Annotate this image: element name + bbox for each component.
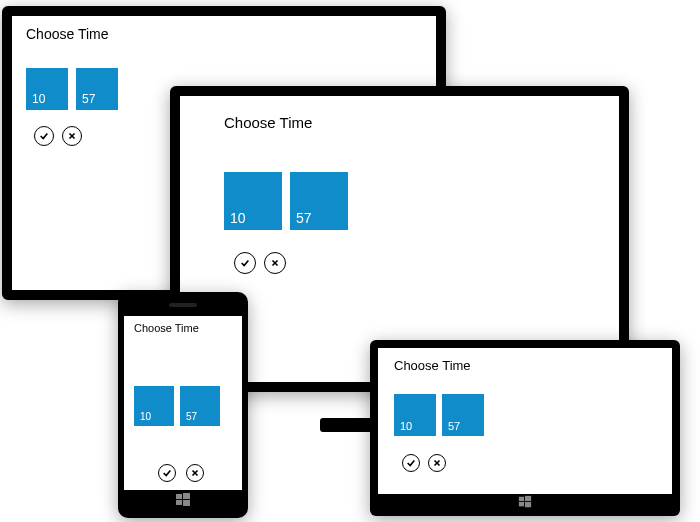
action-row	[158, 464, 204, 482]
time-tiles: 10 57	[394, 394, 484, 436]
check-icon	[162, 464, 172, 482]
time-picker-app: Choose Time 10 57	[124, 316, 242, 490]
hour-value: 10	[230, 210, 246, 226]
close-icon	[432, 454, 442, 472]
check-icon	[240, 254, 250, 272]
svg-rect-12	[519, 497, 524, 501]
hour-tile[interactable]: 10	[26, 68, 68, 110]
minute-value: 57	[186, 411, 197, 422]
cancel-button[interactable]	[428, 454, 446, 472]
hour-tile[interactable]: 10	[394, 394, 436, 436]
hour-value: 10	[400, 420, 412, 432]
check-icon	[39, 127, 49, 145]
minute-tile[interactable]: 57	[180, 386, 220, 426]
svg-rect-9	[183, 500, 190, 506]
action-row	[234, 252, 286, 274]
svg-rect-7	[183, 493, 190, 499]
time-tiles: 10 57	[26, 68, 118, 110]
time-tiles: 10 57	[224, 172, 348, 230]
time-picker-app: Choose Time 10 57	[378, 348, 672, 494]
confirm-button[interactable]	[158, 464, 176, 482]
minute-value: 57	[82, 92, 95, 106]
confirm-button[interactable]	[234, 252, 256, 274]
svg-rect-8	[176, 500, 182, 505]
time-tiles: 10 57	[134, 386, 220, 426]
hour-value: 10	[140, 411, 151, 422]
confirm-button[interactable]	[402, 454, 420, 472]
screen: Choose Time 10 57	[378, 348, 672, 494]
minute-value: 57	[448, 420, 460, 432]
cancel-button[interactable]	[264, 252, 286, 274]
action-row	[402, 454, 446, 472]
windows-logo-icon	[518, 495, 532, 513]
hour-tile[interactable]: 10	[134, 386, 174, 426]
svg-rect-14	[519, 502, 524, 506]
cancel-button[interactable]	[62, 126, 82, 146]
close-icon	[270, 254, 280, 272]
hour-tile[interactable]: 10	[224, 172, 282, 230]
screen: Choose Time 10 57	[124, 316, 242, 490]
page-title: Choose Time	[134, 322, 199, 334]
confirm-button[interactable]	[34, 126, 54, 146]
hour-value: 10	[32, 92, 45, 106]
phone-device: Choose Time 10 57	[118, 292, 248, 518]
phone-earpiece	[169, 303, 197, 307]
page-title: Choose Time	[224, 114, 312, 131]
svg-rect-15	[525, 502, 531, 507]
svg-rect-13	[525, 496, 531, 501]
check-icon	[406, 454, 416, 472]
device-showcase: Choose Time 10 57 Choose Time 10 57	[0, 0, 700, 522]
action-row	[34, 126, 82, 146]
minute-tile[interactable]: 57	[442, 394, 484, 436]
close-icon	[190, 464, 200, 482]
page-title: Choose Time	[394, 358, 471, 373]
minute-tile[interactable]: 57	[76, 68, 118, 110]
tablet-device: Choose Time 10 57	[370, 340, 680, 516]
svg-rect-6	[176, 494, 182, 499]
page-title: Choose Time	[26, 26, 108, 42]
cancel-button[interactable]	[186, 464, 204, 482]
close-icon	[67, 127, 77, 145]
minute-tile[interactable]: 57	[290, 172, 348, 230]
windows-logo-icon	[175, 492, 191, 512]
minute-value: 57	[296, 210, 312, 226]
